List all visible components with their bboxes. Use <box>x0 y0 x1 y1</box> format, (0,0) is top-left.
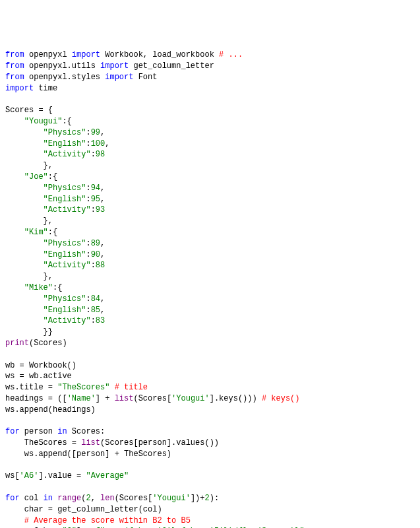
code-line <box>5 349 415 360</box>
code-token <box>5 239 44 248</box>
code-token: time <box>34 84 57 93</box>
code-token: Font <box>133 73 157 82</box>
code-line: "Joe":{ <box>5 172 415 183</box>
code-token <box>5 250 44 259</box>
code-token: : <box>86 294 90 304</box>
code-token: :{ <box>62 117 71 126</box>
code-token: 2 <box>86 494 90 503</box>
code-line: "Physics":84, <box>5 294 415 305</box>
code-token: : <box>86 195 90 204</box>
code-token: list <box>115 394 134 403</box>
code-token: }} <box>5 327 53 337</box>
code-token: (Scores[person].values()) <box>100 438 219 447</box>
code-token: (Scores[ <box>133 394 171 403</box>
code-token: ].value = <box>38 471 86 480</box>
code-token: 90 <box>91 250 100 259</box>
code-line: "English":90, <box>5 249 415 261</box>
code-line: headings = (['Name'] + list(Scores['Youg… <box>5 393 415 405</box>
code-token: :{ <box>48 172 57 182</box>
code-token: : <box>86 306 90 315</box>
code-token: from <box>5 73 24 82</box>
code-token: Scores: <box>67 427 105 436</box>
code-token <box>5 516 24 525</box>
code-token: 89 <box>91 239 100 248</box>
code-token: "Activity" <box>44 316 91 325</box>
code-line: "English":85, <box>5 305 415 316</box>
code-token: : <box>86 250 90 259</box>
code-line: "Yougui":{ <box>5 116 415 127</box>
code-token: :{ <box>53 283 62 292</box>
code-token: "English" <box>44 306 86 315</box>
code-token: ws.append(headings) <box>5 405 96 414</box>
code-token <box>5 283 24 292</box>
code-token: }, <box>5 216 53 226</box>
code-token: (Scores[ <box>115 494 153 503</box>
code-token: : <box>86 128 90 137</box>
code-token: "Yougui" <box>24 117 63 126</box>
code-line <box>5 460 415 471</box>
code-token: 'Name' <box>67 394 96 403</box>
code-token: for <box>5 494 20 503</box>
code-token: , <box>100 195 105 204</box>
code-token: , <box>100 183 105 193</box>
code-token: , <box>91 494 100 503</box>
code-token: , <box>105 139 109 148</box>
code-token: 'Yougui' <box>152 494 191 503</box>
code-token: # ... <box>219 50 243 59</box>
code-token: 85 <box>91 306 100 315</box>
code-token <box>5 205 44 214</box>
code-token: 'A6' <box>20 471 39 480</box>
code-token: "Activity" <box>44 205 91 214</box>
code-line: for col in range(2, len(Scores['Yougui']… <box>5 493 415 504</box>
code-token: openpyxl <box>24 50 72 59</box>
code-token: "Joe" <box>24 172 48 182</box>
code-token: col <box>20 494 44 503</box>
code-line: ws['A6'].value = "Average" <box>5 471 415 482</box>
code-block: from openpyxl import Workbook, load_work… <box>5 50 415 528</box>
code-token: , <box>100 250 105 259</box>
code-token <box>5 228 24 237</box>
code-line: "Activity":98 <box>5 149 415 160</box>
code-token <box>5 128 44 137</box>
code-token <box>5 172 24 182</box>
code-token: , <box>100 294 105 304</box>
code-token: 98 <box>96 150 105 159</box>
code-token: char = get_column_letter(col) <box>5 505 162 514</box>
code-token: "English" <box>44 195 86 204</box>
code-token: : <box>91 150 96 159</box>
code-token: ] + <box>96 394 115 403</box>
code-token: ws[ <box>5 471 20 480</box>
code-token: "Activity" <box>44 150 91 159</box>
code-token: "English" <box>44 139 86 148</box>
code-line: ws = wb.active <box>5 371 415 382</box>
code-token: openpyxl.styles <box>24 73 105 82</box>
code-token: "Kim" <box>24 228 48 237</box>
code-token: ].keys())) <box>210 394 262 403</box>
code-token <box>5 195 44 204</box>
code-token <box>5 150 44 159</box>
code-line: }, <box>5 216 415 227</box>
code-token <box>109 383 114 392</box>
code-token: : <box>86 239 90 248</box>
code-token: : <box>91 261 96 270</box>
code-token: : <box>91 316 96 325</box>
code-token: 99 <box>91 128 100 137</box>
code-token: "Physics" <box>44 183 86 193</box>
code-token: ws = wb.active <box>5 372 72 381</box>
code-token: import <box>105 73 133 82</box>
code-token: 2 <box>205 494 210 503</box>
code-token: ): <box>210 494 219 503</box>
code-line: # Average the score within B2 to B5 <box>5 515 415 527</box>
code-line: "English":95, <box>5 194 415 205</box>
code-token: print <box>5 339 29 348</box>
code-token: ws.title = <box>5 383 57 392</box>
code-token: wb = Workbook() <box>5 361 76 370</box>
code-line: "Kim":{ <box>5 227 415 238</box>
code-token: get_column_letter <box>129 61 214 71</box>
code-token: # title <box>115 383 148 392</box>
code-line: from openpyxl.styles import Font <box>5 72 415 83</box>
code-token: 93 <box>96 205 105 214</box>
code-line: "Activity":83 <box>5 315 415 327</box>
code-token: 83 <box>96 316 105 325</box>
code-token: (Scores) <box>29 339 67 348</box>
